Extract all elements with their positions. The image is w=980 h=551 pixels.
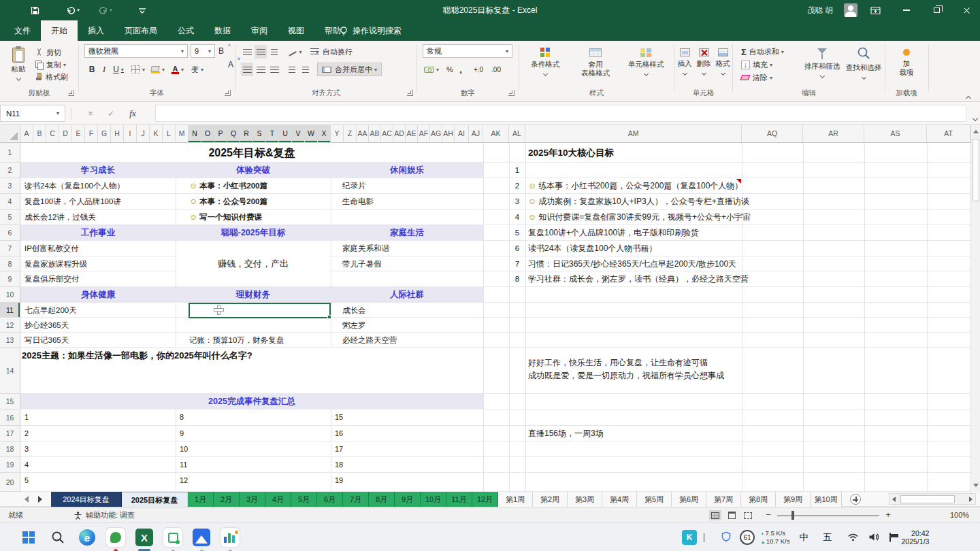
column-header-V[interactable]: V	[292, 125, 305, 142]
normal-view-button[interactable]	[709, 510, 721, 520]
alignment-dialog-launcher[interactable]	[407, 90, 413, 96]
sheet-tab-4月[interactable]: 4月	[265, 492, 291, 507]
scroll-right-arrow[interactable]	[969, 497, 973, 502]
battery-button[interactable]	[889, 533, 891, 541]
cell[interactable]: 带儿子暑假	[331, 256, 483, 272]
row-header-17[interactable]: 17	[0, 426, 20, 441]
tally-cell[interactable]: 4	[24, 457, 29, 473]
menu-tab-开始[interactable]: 开始	[41, 20, 78, 41]
tally-cell[interactable]: 15	[335, 410, 343, 425]
autosum-button[interactable]: Σ自动求和	[741, 46, 784, 58]
row-header-11[interactable]: 11	[0, 303, 20, 318]
new-sheet-button[interactable]	[850, 494, 861, 505]
sheet-tab-第6周[interactable]: 第6周	[672, 492, 706, 507]
row-header-19[interactable]: 19	[0, 457, 20, 473]
tray-app-button[interactable]: K	[682, 530, 697, 545]
cell[interactable]: 写日记365天	[20, 333, 176, 348]
tab-scroll-left-arrow[interactable]	[24, 496, 29, 503]
increase-decimal-button[interactable]: +.0	[470, 63, 487, 76]
format-painter-button[interactable]: 格式刷	[35, 71, 68, 83]
column-header-I[interactable]: I	[124, 125, 137, 142]
column-header-E[interactable]: E	[72, 125, 85, 142]
column-header-N[interactable]: N	[189, 125, 201, 142]
row-header-16[interactable]: 16	[0, 410, 20, 426]
goal-number-4[interactable]: 4	[509, 210, 525, 224]
tray-shield-button[interactable]	[721, 531, 732, 544]
ime-mode-button[interactable]: 中	[800, 531, 808, 544]
paste-dropdown[interactable]	[16, 76, 20, 81]
sheet-tab-第2周[interactable]: 第2周	[533, 492, 568, 507]
row-header-12[interactable]: 12	[0, 318, 20, 333]
cell[interactable]: 必经之路天空营	[331, 333, 483, 348]
cell-blessing-note[interactable]: 好好工作，快乐生活，用心复盘，让生命有迹可循 成功既是爱，爱是一切原动力，祝福所…	[528, 356, 724, 382]
addins-button[interactable]: 加载项	[891, 43, 922, 86]
column-header-AF[interactable]: AF	[418, 125, 430, 142]
avatar[interactable]	[844, 3, 858, 17]
font-family-select[interactable]: 微软雅黑	[84, 44, 188, 58]
cell[interactable]: 粥左罗	[331, 318, 483, 333]
percent-style-button[interactable]: %	[444, 63, 455, 76]
sheet-tab-7月[interactable]: 7月	[343, 492, 369, 507]
column-header-AB[interactable]: AB	[369, 125, 381, 142]
cell[interactable]: 复盘俱乐部交付	[20, 271, 176, 287]
clipboard-dialog-launcher[interactable]	[68, 90, 74, 96]
column-header-M[interactable]: M	[176, 125, 189, 142]
row-header-18[interactable]: 18	[0, 441, 20, 457]
goal-number-8[interactable]: 8	[509, 271, 525, 286]
column-header-Z[interactable]: Z	[344, 125, 357, 142]
row-header-10[interactable]: 10	[0, 287, 20, 303]
goal-number-5[interactable]: 5	[509, 225, 525, 240]
column-header-AR[interactable]: AR	[803, 125, 864, 142]
sheet-tab-12月[interactable]: 12月	[472, 492, 498, 507]
goal-number-1[interactable]: 1	[509, 163, 525, 178]
taskbar-chart-app-button[interactable]	[220, 527, 240, 548]
tally-cell[interactable]: 18	[335, 457, 343, 473]
column-header-Q[interactable]: Q	[227, 125, 240, 142]
save-button[interactable]	[27, 3, 42, 17]
account-name[interactable]: 茂聪 胡	[807, 0, 833, 20]
goal-item-3[interactable]: ☺成功案例：复盘家族10人+IP3人），公众号专栏+直播访谈	[528, 194, 749, 209]
column-header-T[interactable]: T	[266, 125, 279, 142]
cell-header-center[interactable]: 聪聪-2025年目标	[176, 225, 331, 241]
comma-style-button[interactable]: ,	[457, 63, 465, 76]
cell-goals-title[interactable]: 2025年10大核心目标	[528, 143, 614, 163]
column-header-C[interactable]: C	[46, 125, 59, 142]
column-header-R[interactable]: R	[240, 125, 253, 142]
horizontal-scroll-thumb[interactable]	[900, 495, 955, 503]
sheet-tab-9月[interactable]: 9月	[395, 492, 421, 507]
header-band-row6[interactable]: 工作事业 聪聪-2025年目标 家庭生活	[20, 225, 483, 241]
cell[interactable]: 七点早起200天	[20, 303, 176, 318]
header-band-row10[interactable]: 身体健康 理财财务 人际社群	[20, 287, 483, 303]
column-header-AI[interactable]: AI	[455, 125, 469, 142]
font-size-select[interactable]: 9	[191, 44, 215, 58]
cell-header-leisure[interactable]: 休闲娱乐	[331, 163, 483, 178]
tally-cell[interactable]: 1	[24, 410, 29, 425]
column-header-AE[interactable]: AE	[406, 125, 418, 142]
row-header-15[interactable]: 15	[0, 394, 20, 410]
column-header-AC[interactable]: AC	[381, 125, 393, 142]
column-header-O[interactable]: O	[201, 125, 214, 142]
page-layout-view-button[interactable]	[725, 510, 738, 520]
menu-tab-审阅[interactable]: 审阅	[241, 20, 278, 41]
goal-number-6[interactable]: 6	[509, 241, 525, 256]
align-center-button[interactable]	[255, 63, 267, 76]
tally-cell[interactable]: 10	[180, 441, 188, 457]
cell-styles-button[interactable]: 单元格样式	[621, 43, 670, 86]
goal-number-2[interactable]: 2	[509, 178, 525, 193]
zoom-level[interactable]: 100%	[950, 507, 969, 522]
column-header-J[interactable]: J	[137, 125, 150, 142]
cell[interactable]: ☺写一个知识付费课	[176, 210, 331, 225]
optimizer-ball-button[interactable]: 61	[740, 530, 755, 545]
borders-button[interactable]	[131, 63, 146, 76]
row-header-1[interactable]: 1	[0, 143, 20, 163]
cell[interactable]: 纪录片	[331, 178, 483, 194]
goal-item-5[interactable]: 复盘100讲+个人品牌100讲，电子版和印刷验货	[528, 225, 699, 240]
goal-item-7[interactable]: 习惯：日记365天/抄心经365天/七点早起200天/散步100天	[528, 256, 736, 271]
goal-item-8[interactable]: 学习社群：成长会，粥左罗，读书（经典），必经之路天空营	[528, 271, 749, 286]
cell[interactable]: 记账：预算10万，财务复盘	[176, 333, 331, 348]
align-middle-button[interactable]	[255, 45, 267, 59]
sheet-tab-8月[interactable]: 8月	[369, 492, 395, 507]
vertical-scroll-thumb[interactable]	[973, 139, 979, 201]
taskbar-capture-app-button[interactable]	[163, 527, 183, 548]
scroll-down-arrow[interactable]	[973, 484, 979, 487]
